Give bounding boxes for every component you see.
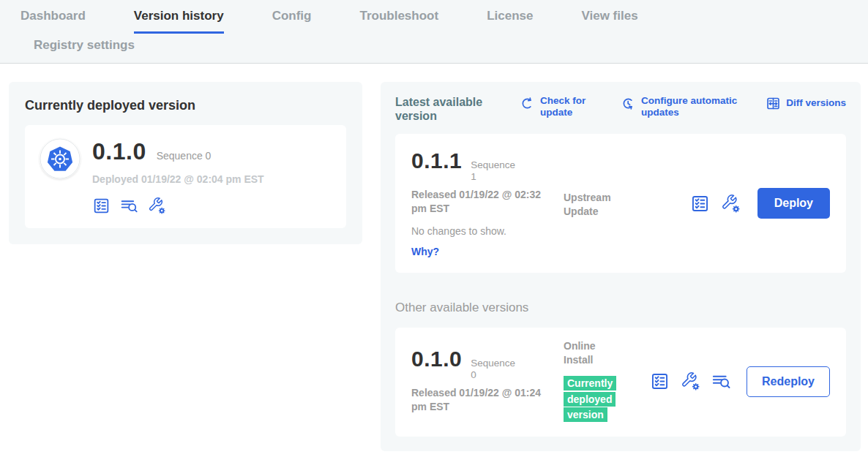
checklist-icon[interactable] (92, 197, 111, 215)
deployed-sequence: Sequence 0 (157, 150, 212, 162)
latest-version-source: Upstream Update (564, 148, 650, 258)
diff-versions-label: Diff versions (786, 97, 846, 109)
why-link[interactable]: Why? (411, 246, 439, 257)
logs-search-icon[interactable] (711, 371, 731, 391)
tab-config[interactable]: Config (272, 9, 312, 34)
deployed-version-number: 0.1.0 (92, 138, 146, 165)
tab-registry-settings[interactable]: Registry settings (34, 38, 135, 53)
latest-version-info: 0.1.1 Sequence 1 Released 01/19/22 @ 02:… (411, 148, 564, 258)
main-content: Currently deployed version 0.1.0 Sequenc… (0, 64, 868, 451)
latest-version-sequence: Sequence 1 (471, 159, 523, 182)
auto-update-clock-icon (621, 96, 636, 111)
tab-version-history[interactable]: Version history (134, 9, 224, 34)
deployed-version-info: 0.1.0 Sequence 0 Deployed 01/19/22 @ 02:… (92, 138, 264, 215)
deployed-timestamp: Deployed 01/19/22 @ 02:04 pm EST (92, 173, 264, 185)
wrench-gear-icon[interactable] (721, 194, 741, 214)
redeploy-button[interactable]: Redeploy (747, 366, 830, 397)
wrench-gear-icon[interactable] (681, 371, 700, 391)
tab-view-files[interactable]: View files (581, 9, 637, 34)
tab-troubleshoot[interactable]: Troubleshoot (359, 9, 438, 34)
refresh-icon (520, 96, 535, 111)
logs-search-icon[interactable] (120, 197, 138, 215)
other-available-versions-heading: Other available versions (395, 301, 846, 315)
other-version-sequence: Sequence 0 (471, 358, 523, 380)
wrench-gear-icon[interactable] (148, 197, 166, 215)
configure-automatic-updates-label: Configure automatic updates (641, 95, 738, 118)
nav-row-1: Dashboard Version history Config Trouble… (0, 9, 868, 34)
latest-available-panel: Latest available version Check for updat… (381, 82, 861, 451)
check-for-update-label: Check for update (540, 95, 597, 118)
other-version-source: Online Install Currently deployed versio… (564, 339, 650, 423)
latest-version-card: 0.1.1 Sequence 1 Released 01/19/22 @ 02:… (395, 134, 846, 273)
currently-deployed-card: 0.1.0 Sequence 0 Deployed 01/19/22 @ 02:… (25, 125, 346, 228)
other-version-actions: Redeploy (650, 366, 830, 397)
diff-versions-link[interactable]: Diff versions (766, 95, 846, 111)
currently-deployed-panel: Currently deployed version 0.1.0 Sequenc… (9, 82, 362, 244)
latest-available-title: Latest available version (395, 95, 496, 123)
top-navigation: Dashboard Version history Config Trouble… (0, 0, 868, 64)
deploy-button[interactable]: Deploy (757, 188, 830, 219)
latest-version-actions: Deploy (690, 188, 830, 219)
checklist-icon[interactable] (650, 371, 670, 391)
no-changes-text: No changes to show. (411, 225, 564, 237)
latest-header: Latest available version Check for updat… (395, 95, 846, 123)
check-for-update-link[interactable]: Check for update (520, 95, 597, 118)
upstream-update-label: Upstream Update (564, 191, 624, 219)
online-install-label: Online Install (564, 339, 624, 367)
other-version-info: 0.1.0 Sequence 0 Released 01/19/22 @ 01:… (411, 339, 564, 423)
currently-deployed-title: Currently deployed version (25, 98, 346, 113)
tab-dashboard[interactable]: Dashboard (20, 9, 86, 34)
latest-version-released: Released 01/19/22 @ 02:32 pm EST (411, 188, 552, 216)
other-version-number: 0.1.0 (411, 347, 462, 371)
checklist-icon[interactable] (690, 194, 710, 214)
other-version-released: Released 01/19/22 @ 01:24 pm EST (411, 386, 552, 414)
nav-row-2: Registry settings (0, 34, 868, 63)
currently-deployed-badge: Currently deployed version (564, 376, 616, 422)
diff-icon (766, 96, 781, 111)
currently-deployed-badge-wrap: Currently deployed version (564, 376, 624, 423)
configure-automatic-updates-link[interactable]: Configure automatic updates (621, 95, 738, 118)
tab-license[interactable]: License (487, 9, 533, 34)
latest-version-number: 0.1.1 (411, 148, 462, 173)
other-version-card: 0.1.0 Sequence 0 Released 01/19/22 @ 01:… (395, 328, 846, 437)
kubernetes-logo (40, 138, 81, 179)
